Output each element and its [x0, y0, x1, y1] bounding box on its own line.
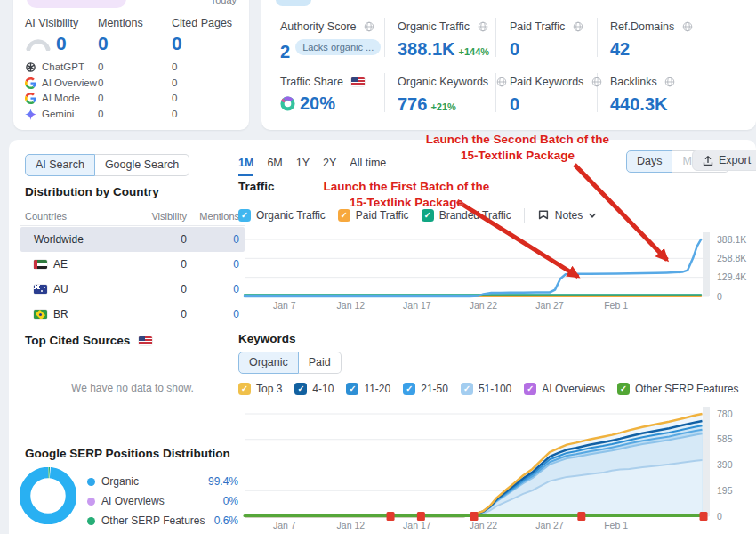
engine-label: AI Mode [42, 93, 80, 103]
top3-checkbox[interactable] [238, 383, 251, 395]
top-cited-sources-label: Top Cited Sources [25, 334, 130, 347]
engine-label: ChatGPT [42, 61, 84, 72]
other-serp-checkbox[interactable] [617, 383, 630, 395]
legend-label: 11-20 [364, 383, 390, 395]
export-label: Export [719, 154, 751, 166]
ai-card-tag-pill[interactable] [27, 0, 126, 8]
metric-value[interactable]: 388.1K [398, 39, 455, 59]
period-tab-6m[interactable]: 6M [267, 157, 282, 176]
metric-value[interactable]: 776 [398, 94, 427, 114]
ai-overviews-checkbox[interactable] [524, 383, 536, 395]
period-tab-all-time[interactable]: All time [350, 157, 386, 176]
legend-top3[interactable]: Top 3 [238, 383, 282, 395]
paid-traffic-checkbox[interactable] [338, 209, 350, 222]
svg-text:Jan 17: Jan 17 [403, 300, 431, 311]
legend-11-20[interactable]: 11-20 [346, 383, 390, 395]
gemini-icon [25, 109, 36, 120]
col-header-visibility[interactable]: Visibility [147, 211, 187, 222]
metric-value[interactable]: 0 [510, 94, 519, 114]
svg-text:Jan 17: Jan 17 [403, 520, 431, 530]
globe-icon [573, 21, 583, 32]
organic-traffic-checkbox[interactable] [238, 209, 251, 222]
metric-value[interactable]: 0 [510, 39, 519, 59]
country-row-ae[interactable]: AE 0 0 [20, 252, 245, 277]
tab-ai-search[interactable]: AI Search [25, 154, 95, 176]
period-tab-1m[interactable]: 1M [238, 157, 253, 176]
branded-traffic-checkbox[interactable] [422, 209, 434, 222]
legend-4-10[interactable]: 4-10 [294, 383, 334, 395]
legend-paid-traffic[interactable]: Paid Traffic [338, 209, 409, 222]
ai-engine-rows: ChatGPT 0 0 AI Overview 0 0 AI Mode 0 0 [23, 60, 239, 122]
metric-delta: +21% [430, 101, 455, 112]
domain-overview-card: Authority Score 2Lacks organic ... Organ… [261, 0, 756, 130]
engine-cited-value[interactable]: 0 [172, 61, 177, 72]
svg-text:0: 0 [717, 291, 722, 302]
au-flag [34, 285, 47, 294]
globe-icon [591, 77, 602, 87]
legend-label: 21-50 [421, 383, 448, 395]
chatgpt-icon [25, 61, 36, 73]
today-label[interactable]: Today [211, 0, 237, 5]
legend-other-serp[interactable]: Other SERP Features [617, 383, 739, 395]
col-header-mentions[interactable]: Mentions [199, 211, 239, 222]
annotation-line: 15-Textlink Package [291, 195, 522, 211]
country-row-worldwide[interactable]: Worldwide 0 0 [20, 227, 245, 252]
metric-paid-traffic: Paid Traffic 0 [510, 18, 583, 60]
keywords-chart[interactable]: 7805853901950Jan 7Jan 12Jan 17Jan 22Jan … [231, 402, 756, 534]
metric-value[interactable]: 20% [300, 93, 335, 114]
top-cited-sources-title: Top Cited Sources [25, 334, 158, 347]
engine-mentions-value[interactable]: 0 [98, 109, 103, 119]
organic-dot [87, 478, 95, 486]
engine-mentions-value[interactable]: 0 [98, 93, 103, 103]
export-icon [703, 155, 713, 166]
tab-paid-keywords[interactable]: Paid [299, 352, 342, 374]
legend-branded-traffic[interactable]: Branded Traffic [422, 209, 511, 222]
col-header-countries[interactable]: Countries [25, 211, 67, 222]
legend-label: Other SERP Features [635, 383, 739, 395]
tab-google-search[interactable]: Google Search [95, 154, 189, 176]
country-row-br[interactable]: BR 0 0 [20, 302, 245, 327]
notes-dropdown[interactable]: Notes [537, 209, 597, 222]
country-visibility: 0 [181, 308, 187, 320]
annotation-line: Launch the First Batch of the [291, 179, 522, 195]
legend-organic-traffic[interactable]: Organic Traffic [238, 209, 326, 222]
legend-51-100[interactable]: 51-100 [461, 383, 511, 395]
country-visibility: 0 [181, 283, 187, 295]
engine-mentions-value[interactable]: 0 [98, 77, 103, 88]
metric-organic-keywords: Organic Keywords 776+21% [398, 73, 507, 115]
metric-label: Paid Keywords [510, 76, 583, 88]
tab-organic-keywords[interactable]: Organic [238, 352, 299, 374]
authority-badge[interactable]: Lacks organic ... [295, 39, 381, 55]
serp-legend: Organic 99.4% AI Overviews 0% Other SERP… [87, 472, 238, 530]
traffic-chart[interactable]: 388.1K258.8K129.4K0Jan 7Jan 12Jan 17Jan … [231, 228, 756, 313]
keywords-type-tabs: Organic Paid [238, 352, 342, 374]
engine-cited-value[interactable]: 0 [172, 93, 177, 103]
svg-text:Jan 12: Jan 12 [337, 520, 366, 530]
period-tab-2y[interactable]: 2Y [323, 157, 336, 176]
pos-4-10-checkbox[interactable] [294, 383, 307, 395]
svg-text:Jan 22: Jan 22 [470, 520, 498, 530]
legend-21-50[interactable]: 21-50 [403, 383, 448, 395]
engine-row-chatgpt: ChatGPT 0 0 [23, 60, 239, 76]
metric-value[interactable]: 440.3K [610, 94, 668, 114]
metric-paid-keywords: Paid Keywords 0 [510, 73, 602, 115]
period-tab-1y[interactable]: 1Y [296, 157, 310, 176]
engine-mentions-value[interactable]: 0 [98, 61, 103, 72]
pos-11-20-checkbox[interactable] [346, 383, 358, 395]
legend-ai-overviews[interactable]: AI Overviews [524, 383, 605, 395]
pos-51-100-checkbox[interactable] [461, 383, 473, 395]
svg-text:388.1K: 388.1K [717, 234, 746, 245]
metric-value[interactable]: 42 [610, 39, 630, 59]
engine-cited-value[interactable]: 0 [172, 77, 177, 88]
metric-label: Organic Keywords [398, 76, 488, 88]
mentions-header: Mentions [98, 17, 143, 29]
engine-row-ai-mode: AI Mode 0 0 [23, 91, 239, 107]
export-button[interactable]: Export [692, 150, 756, 171]
engine-cited-value[interactable]: 0 [172, 109, 177, 119]
globe-icon [682, 21, 693, 32]
pos-21-50-checkbox[interactable] [403, 383, 415, 395]
metric-authority-score: Authority Score 2Lacks organic ... [280, 18, 381, 62]
overview-card-tag-pill[interactable] [276, 0, 311, 6]
annotation-line: Launch the Second Batch of the [402, 132, 633, 148]
country-row-au[interactable]: AU 0 0 [20, 277, 245, 302]
